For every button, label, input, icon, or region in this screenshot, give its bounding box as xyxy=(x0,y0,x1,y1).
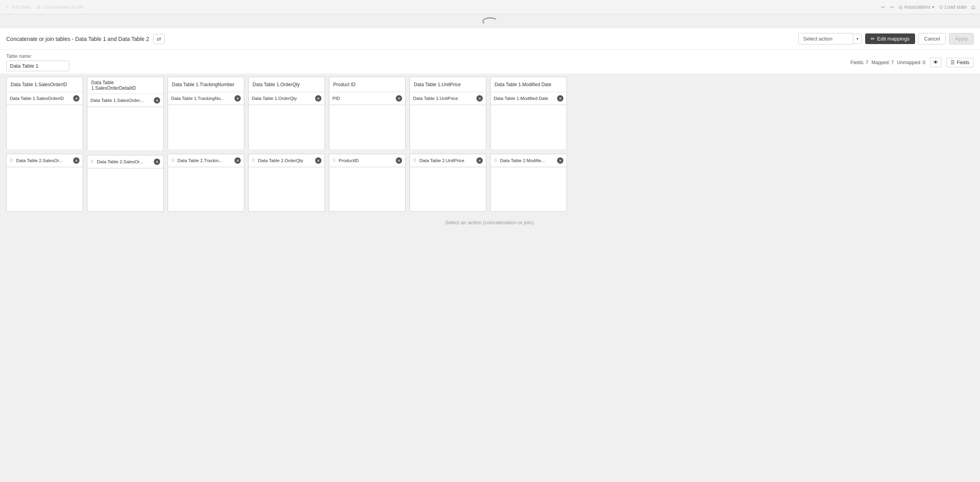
table-name-input[interactable] xyxy=(6,61,69,71)
drag-handle-4[interactable]: ⠿ xyxy=(252,158,255,163)
remove-source1-4[interactable]: ✕ xyxy=(315,95,321,102)
load-state-button[interactable]: ⊙ Load state xyxy=(939,4,967,10)
remove-source2-4[interactable]: ✕ xyxy=(315,157,321,164)
associations-button[interactable]: ◎ Associations ▾ xyxy=(899,4,934,10)
remove-source1-7[interactable]: ✕ xyxy=(557,95,563,102)
remove-source1-6[interactable]: ✕ xyxy=(476,95,483,102)
loading-spinner xyxy=(482,17,498,25)
undo-icon: ↩ xyxy=(881,4,885,10)
edit-mappings-button[interactable]: ✏ Edit mappings xyxy=(865,33,915,44)
table-name-row: Table name: Fields: 7 Mapped: 7 Unmapped… xyxy=(0,50,980,74)
col-body1-5 xyxy=(329,105,406,149)
remove-source2-1[interactable]: ✕ xyxy=(73,157,79,164)
select-action-wrapper: Select action ▾ xyxy=(798,33,862,44)
concat-icon: ⊞ xyxy=(37,4,41,10)
apply-button[interactable]: Apply xyxy=(949,33,974,44)
chevron-down-icon: ▾ xyxy=(856,37,858,41)
add-data-nav[interactable]: ＋ Add data xyxy=(5,4,30,10)
associations-icon: ◎ xyxy=(899,4,902,10)
col-source1-2[interactable]: Data Table 1.SalesOrder... ✕ xyxy=(87,94,164,107)
col-body1-7 xyxy=(490,105,567,149)
col-body2-4 xyxy=(248,167,325,212)
table-name-label: Table name: xyxy=(6,54,69,59)
col-body2-6 xyxy=(410,167,486,212)
header-right: Select action ▾ ✏ Edit mappings Cancel A… xyxy=(798,33,974,44)
remove-source1-3[interactable]: ✕ xyxy=(234,95,241,102)
spinner-area xyxy=(0,14,980,28)
col-header-3: Data Table 1.TrackingNumber xyxy=(168,77,244,92)
drag-handle-7[interactable]: ⠿ xyxy=(494,158,497,163)
col-source1-7[interactable]: Data Table 1.Modified Date ✕ xyxy=(490,92,567,105)
column-card-1: Data Table 1.SalesOrderID Data Table 1.S… xyxy=(6,77,83,212)
fields-info: Fields: 7 Mapped: 7 Unmapped: 0 xyxy=(851,60,925,65)
col-source1-3[interactable]: Data Table 1.TrackingNu... ✕ xyxy=(168,92,244,105)
remove-source2-2[interactable]: ✕ xyxy=(154,159,160,165)
list-icon: ☰ xyxy=(950,60,955,65)
col-body1-1 xyxy=(6,105,83,149)
drag-handle-6[interactable]: ⠿ xyxy=(413,158,416,163)
swap-button[interactable]: ⇄ xyxy=(153,34,165,44)
col-body2-7 xyxy=(490,167,567,212)
col-body2-5 xyxy=(329,167,406,212)
remove-source2-5[interactable]: ✕ xyxy=(396,157,402,164)
fields-button[interactable]: ☰ Fields xyxy=(946,58,974,67)
drag-handle-5[interactable]: ⠿ xyxy=(332,158,336,163)
swap-icon: ⇄ xyxy=(157,36,161,42)
select-action-dropdown[interactable]: ▾ xyxy=(853,34,862,44)
col-source2-1[interactable]: ⠿ Data Table 2.SalesOr... ✕ xyxy=(6,154,83,167)
col-body1-3 xyxy=(168,105,244,149)
col-header-5: Product ID xyxy=(329,77,406,92)
column-card-4: Data Table 1.OrderQty Data Table 1.Order… xyxy=(248,77,325,212)
eye-button[interactable]: 👁 xyxy=(930,57,941,67)
concat-join-nav[interactable]: ⊞ Concatenate or join xyxy=(37,4,83,10)
columns-container: Data Table 1.SalesOrderID Data Table 1.S… xyxy=(6,77,974,212)
home-icon: ⌂ xyxy=(971,4,975,10)
status-message: Select an action (concatenation or join)… xyxy=(6,212,974,233)
remove-source2-7[interactable]: ✕ xyxy=(557,157,563,164)
home-button[interactable]: ⌂ xyxy=(971,4,975,11)
col-source2-4[interactable]: ⠿ Data Table 2.OrderQty ✕ xyxy=(248,154,325,167)
drag-handle-3[interactable]: ⠿ xyxy=(171,158,174,163)
remove-source2-6[interactable]: ✕ xyxy=(476,157,483,164)
col-header-2: Data Table 1.SalesOrderDetailID xyxy=(87,77,164,94)
col-header-1: Data Table 1.SalesOrderID xyxy=(6,77,83,92)
plus-icon: ＋ xyxy=(5,4,9,10)
col-source2-3[interactable]: ⠿ Data Table 2.Trackin... ✕ xyxy=(168,154,244,167)
table-name-left: Table name: xyxy=(6,54,69,71)
remove-source1-1[interactable]: ✕ xyxy=(73,95,79,102)
col-source2-5[interactable]: ⠿ ProductID ✕ xyxy=(329,154,406,167)
col-body2-2 xyxy=(87,168,164,212)
remove-source1-5[interactable]: ✕ xyxy=(396,95,402,102)
col-body1-2 xyxy=(87,107,164,150)
col-body2-3 xyxy=(168,167,244,212)
col-source1-5[interactable]: PID ✕ xyxy=(329,92,406,105)
col-body2-1 xyxy=(6,167,83,212)
associations-chevron: ▾ xyxy=(932,4,934,10)
column-card-2: Data Table 1.SalesOrderDetailID Data Tab… xyxy=(87,77,164,212)
col-source1-4[interactable]: Data Table 1.OrderQty ✕ xyxy=(248,92,325,105)
top-navbar: ＋ Add data ⊞ Concatenate or join ↩ ↪ ◎ A… xyxy=(0,0,980,14)
col-body1-4 xyxy=(248,105,325,149)
load-state-icon: ⊙ xyxy=(939,4,943,10)
col-source2-7[interactable]: ⠿ Data Table 2.Modifie... ✕ xyxy=(490,154,567,167)
remove-source1-2[interactable]: ✕ xyxy=(154,97,160,103)
remove-source2-3[interactable]: ✕ xyxy=(234,157,241,164)
col-header-4: Data Table 1.OrderQty xyxy=(248,77,325,92)
table-name-right: Fields: 7 Mapped: 7 Unmapped: 0 👁 ☰ Fiel… xyxy=(851,57,974,67)
drag-handle-1[interactable]: ⠿ xyxy=(10,158,13,163)
undo-button[interactable]: ↩ xyxy=(881,4,885,10)
page-title: Concatenate or join tables - Data Table … xyxy=(6,36,149,42)
col-source1-6[interactable]: Data Table 1.UnitPrice ✕ xyxy=(410,92,486,105)
main-container: Concatenate or join tables - Data Table … xyxy=(0,28,980,482)
drag-handle-2[interactable]: ⠿ xyxy=(90,159,94,164)
cancel-button[interactable]: Cancel xyxy=(918,33,946,44)
select-action-button[interactable]: Select action xyxy=(798,33,853,44)
top-nav-right: ↩ ↪ ◎ Associations ▾ ⊙ Load state ⌂ xyxy=(881,4,975,11)
col-source2-2[interactable]: ⠿ Data Table 2.SalesOr... ✕ xyxy=(87,155,164,168)
col-source1-1[interactable]: Data Table 1.SalesOrderID ✕ xyxy=(6,92,83,105)
header-row: Concatenate or join tables - Data Table … xyxy=(0,28,980,50)
column-card-7: Data Table 1.Modified Date Data Table 1.… xyxy=(490,77,567,212)
edit-icon: ✏ xyxy=(871,36,875,42)
col-source2-6[interactable]: ⠿ Data Table 2.UnitPrice ✕ xyxy=(410,154,486,167)
redo-button[interactable]: ↪ xyxy=(890,4,894,10)
